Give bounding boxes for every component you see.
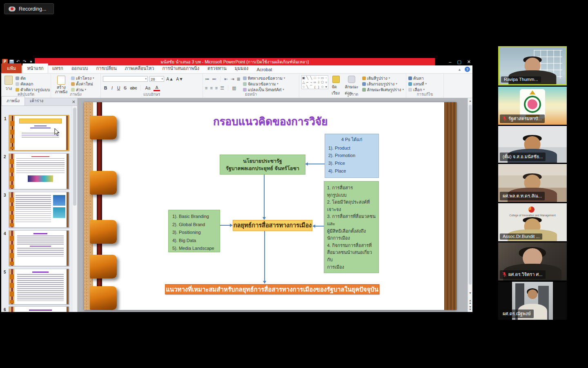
shape-icon[interactable]: ▣ (302, 76, 305, 80)
shape-icon[interactable]: ▭ (321, 76, 324, 80)
shape-icon[interactable]: ⌐ (305, 80, 309, 85)
font-name-combo[interactable]: ▾ (103, 76, 148, 82)
shape-icon[interactable]: ╲ (305, 76, 309, 80)
indent-less-icon[interactable]: ⇤ (224, 76, 228, 82)
connector-line (264, 175, 265, 217)
participant-tile[interactable]: ผศ.ดร.วิจิตรา ศ... (498, 242, 567, 280)
slides-panel: ภาพนิ่ง เค้าร่าง ✕ 1 (1, 98, 78, 312)
underline-button[interactable]: U (116, 85, 121, 90)
shape-fill-icon (362, 76, 366, 80)
tab-transitions[interactable]: การเปลี่ยน (92, 64, 121, 73)
scrollbar-thumb[interactable] (469, 105, 472, 285)
tab-review[interactable]: ตรวจทาน (203, 64, 231, 73)
italic-button[interactable]: I (109, 85, 115, 90)
shapes-gallery[interactable]: ▣╲╲□○▭▫ △⌐¬⇨⇩⬠▿ ☆╲⌒{}✩▾ (301, 75, 328, 89)
align-right-icon[interactable]: ≡ (215, 85, 218, 90)
tab-view[interactable]: มุมมอง (231, 64, 253, 73)
shape-icon[interactable]: ⬠ (321, 80, 324, 85)
close-button[interactable]: ✕ (467, 58, 471, 65)
binding-ring (90, 286, 117, 310)
tab-insert[interactable]: แทรก (48, 64, 67, 73)
shape-icon[interactable]: ▫ (324, 76, 328, 80)
reset-icon (71, 82, 75, 86)
shape-icon[interactable]: ╲ (309, 76, 313, 80)
panel-scrollbar[interactable] (72, 106, 77, 312)
tab-file[interactable]: แฟ้ม (1, 63, 22, 73)
shape-icon[interactable]: ▾ (324, 85, 328, 89)
bullets-icon[interactable]: ≔ (205, 76, 209, 82)
slide-thumbnail-5[interactable]: 5 (9, 269, 69, 305)
align-center-icon[interactable]: ≡ (210, 85, 212, 90)
cut-button[interactable]: ตัด (16, 75, 50, 81)
shape-icon[interactable]: □ (313, 76, 317, 80)
recording-indicator[interactable]: Recording... (4, 3, 54, 14)
scroll-down-icon[interactable]: ▼ (468, 290, 472, 296)
binding-ring (90, 220, 117, 244)
slide-thumbnail-6[interactable]: 6 (9, 306, 69, 312)
paste-button[interactable]: วาง (3, 75, 14, 92)
panel-close-icon[interactable]: ✕ (72, 99, 76, 105)
shape-icon[interactable]: ○ (317, 76, 321, 80)
shape-icon[interactable]: { (313, 85, 317, 89)
participant-tile[interactable]: (ตั้ม) จ.ส.อ.มนัสชัย... (498, 126, 567, 163)
shape-icon[interactable]: ¬ (309, 80, 313, 85)
tab-acrobat[interactable]: Acrobat (252, 66, 276, 73)
find-button[interactable]: ค้นหา (408, 75, 441, 81)
participant-tile[interactable]: ผศ.ดร.ณัฐพงษ์ (498, 282, 567, 320)
line-spacing-icon[interactable]: ≣ (236, 76, 240, 82)
quick-styles-icon (348, 76, 355, 83)
minimize-button[interactable]: – (449, 58, 451, 65)
participant-tile[interactable]: Ravipa Thumm... (498, 46, 567, 85)
numbering-icon[interactable]: ≕ (212, 76, 216, 82)
tab-design[interactable]: ออกแบบ (67, 64, 92, 73)
participant-tile[interactable]: รัฐศาสตรมหาบั... (498, 87, 567, 125)
replace-button[interactable]: แทนที่▾ (408, 81, 441, 87)
justify-icon[interactable]: ☰ (220, 85, 224, 91)
shrink-font-button[interactable]: A▼ (176, 76, 184, 81)
shape-icon[interactable]: △ (302, 80, 305, 85)
copy-button[interactable]: คัดลอก (16, 81, 50, 87)
grow-font-button[interactable]: A▲ (166, 76, 174, 81)
columns-icon[interactable]: ▥ (232, 85, 236, 91)
shape-icon[interactable]: ⌒ (309, 85, 313, 89)
shape-icon[interactable]: ╲ (305, 85, 309, 89)
maximize-button[interactable]: ▢ (457, 58, 461, 65)
shape-outline-button[interactable]: เส้นกรอบรูปร่าง▾ (362, 81, 404, 87)
bold-button[interactable]: B (103, 85, 108, 90)
tab-animations[interactable]: ภาพเคลื่อนไหว (121, 64, 158, 73)
font-color-button[interactable]: A (154, 85, 160, 91)
next-slide-button[interactable]: ▼▼ (468, 306, 472, 311)
tab-slideshow[interactable]: การนำเสนอภาพนิ่ง (158, 64, 203, 73)
panel-tab-outline[interactable]: เค้าร่าง (25, 96, 48, 105)
shape-icon[interactable]: ☆ (302, 85, 305, 89)
shape-fill-button[interactable]: เติมสีรูปร่าง▾ (362, 75, 404, 81)
change-case-button[interactable]: Aa (143, 85, 152, 90)
indent-more-icon[interactable]: ⇥ (230, 76, 234, 82)
panel-tab-slides[interactable]: ภาพนิ่ง (1, 96, 25, 105)
font-size-combo[interactable]: 28▾ (149, 76, 164, 82)
clear-formatting-button[interactable]: abc (129, 85, 138, 90)
align-text-button[interactable]: จัดแนวข้อความ▾ (243, 81, 285, 87)
help-icon[interactable]: ? (465, 67, 470, 72)
slide-thumbnail-3[interactable]: 3 (9, 192, 69, 228)
strikethrough-button[interactable]: S (122, 85, 128, 90)
collapse-ribbon-icon[interactable]: ▲ (458, 67, 461, 72)
previous-slide-button[interactable]: ▲▲ (468, 299, 472, 305)
align-left-icon[interactable]: ≡ (205, 85, 207, 90)
shape-icon[interactable]: ⇩ (317, 80, 321, 85)
group-clipboard: วาง ตัด คัดลอก ตัวคัดวางรูปแบบ คลิปบอร์ด (1, 74, 51, 98)
participant-tile[interactable]: ผศ.พล.ต.ท.ดร.สัณ... (498, 164, 567, 202)
shape-icon[interactable]: ✩ (321, 85, 324, 89)
slide-thumbnail-4[interactable]: 4 (9, 230, 69, 266)
vertical-scrollbar[interactable]: ▲ ▼ ▲▲ ▼▼ (468, 98, 472, 312)
scroll-up-icon[interactable]: ▲ (468, 98, 472, 103)
participant-tile[interactable]: College of Innovation and Management Ass… (498, 203, 567, 241)
shape-icon[interactable]: } (317, 85, 321, 89)
slide-thumbnail-2[interactable]: 2 (9, 153, 69, 189)
text-direction-button[interactable]: ทิศทางของข้อความ▾ (243, 75, 285, 81)
tab-home[interactable]: หน้าแรก (22, 63, 48, 73)
layout-button[interactable]: เค้าโครง▾ (71, 75, 94, 81)
shape-icon[interactable]: ▿ (324, 80, 328, 85)
shape-icon[interactable]: ⇨ (313, 80, 317, 85)
reset-button[interactable]: ตั้งค่าใหม่ (71, 81, 94, 87)
